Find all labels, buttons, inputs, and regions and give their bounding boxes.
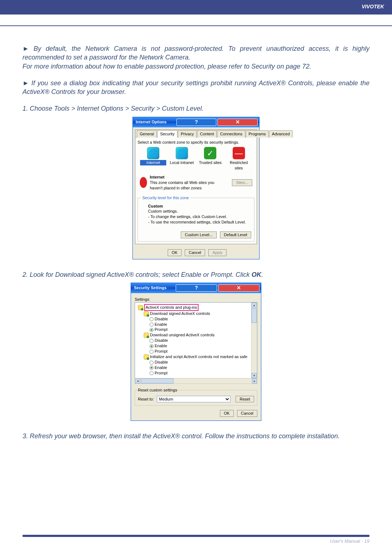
bullet-1: ► By default, the Network Camera is not … (23, 44, 369, 71)
tab-security[interactable]: Security (157, 130, 177, 138)
opt-enable[interactable]: Enable (136, 365, 256, 370)
dialog-body: Settings: ActiveX controls and plug-ins … (131, 293, 261, 420)
zone-restricted-sites[interactable]: — Restricted sites (226, 147, 252, 171)
scrollbar-vertical[interactable]: ▴ ▾ (251, 303, 257, 378)
node-label: Download unsigned ActiveX controls (150, 333, 215, 337)
scrollbar-horizontal[interactable]: ◂ ▸ (135, 378, 257, 384)
security-level-legend: Security level for this zone (141, 195, 190, 201)
opt-prompt[interactable]: Prompt (136, 349, 256, 354)
dialog-title: Security Settings (134, 285, 175, 291)
scroll-thumb[interactable] (141, 378, 173, 383)
opt-label: Enable (155, 365, 167, 370)
settings-tree[interactable]: ActiveX controls and plug-ins Download s… (135, 302, 257, 378)
reset-group: Reset custom settings Reset to: Medium R… (135, 387, 257, 406)
footer-bar (23, 535, 369, 537)
tab-advanced[interactable]: Advanced (269, 130, 293, 138)
reset-button[interactable]: Reset (236, 396, 254, 403)
cancel-button[interactable]: Cancel (237, 410, 257, 417)
step-1: 1. Choose Tools > Internet Options > Sec… (23, 104, 369, 113)
ok-button[interactable]: OK (220, 410, 234, 417)
zone-heading: Internet (150, 175, 164, 179)
help-icon[interactable]: ? (176, 119, 217, 126)
zone-desc: Internet This zone contains all Web site… (150, 175, 227, 191)
arrow-icon: ► (23, 79, 32, 87)
opt-disable[interactable]: Disable (136, 338, 256, 343)
custom-l2: - To use the recommended settings, click… (148, 220, 246, 224)
minus-icon: — (233, 147, 245, 159)
custom-settings: Custom settings. (148, 209, 178, 213)
radio-icon (150, 371, 154, 375)
tab-programs[interactable]: Programs (246, 130, 269, 138)
opt-label: Enable (155, 344, 167, 348)
close-icon[interactable]: ✕ (217, 119, 258, 126)
step2-a: 2. Look for Download signed ActiveX® con… (23, 271, 252, 278)
scroll-left-icon[interactable]: ◂ (135, 378, 140, 383)
bullet-2: ► If you see a dialog box indicating tha… (23, 79, 369, 97)
custom-level-button[interactable]: Custom Level... (181, 231, 216, 238)
radio-icon (150, 323, 154, 327)
page-footer: User's Manual - 19 (23, 535, 369, 544)
tree-root-label: ActiveX controls and plug-ins (144, 304, 199, 311)
scroll-right-icon[interactable]: ▸ (252, 378, 257, 383)
sites-button[interactable]: Sites... (232, 179, 252, 186)
radio-icon (150, 328, 154, 332)
opt-disable[interactable]: Disable (136, 360, 256, 365)
opt-prompt[interactable]: Prompt (136, 327, 256, 332)
brand-text: VIVOTEK (362, 4, 384, 9)
gear-icon (144, 311, 149, 316)
zone-desc-row: Internet This zone contains all Web site… (138, 172, 254, 193)
scroll-up-icon[interactable]: ▴ (252, 303, 257, 308)
zone-label: Restricted sites (226, 160, 252, 171)
radio-icon (150, 350, 154, 354)
opt-enable[interactable]: Enable (136, 322, 256, 327)
zone-label: Trusted sites (197, 160, 223, 165)
tab-general[interactable]: General (137, 130, 157, 138)
opt-disable[interactable]: Disable (136, 316, 256, 322)
node-label: Initialize and script ActiveX controls n… (150, 354, 247, 359)
scroll-thumb[interactable] (252, 308, 257, 323)
opt-label: Prompt (155, 371, 167, 375)
globe-icon (140, 177, 147, 188)
node-init-script: Initialize and script ActiveX controls n… (136, 354, 256, 360)
gear-icon (144, 354, 149, 360)
step2-c: . (261, 271, 263, 278)
step-3: 3. Refresh your web browser, then instal… (23, 432, 369, 440)
document-body: ► By default, the Network Camera is not … (0, 26, 392, 441)
radio-icon (150, 361, 154, 365)
security-settings-dialog: Security Settings ? ✕ Settings: ActiveX … (131, 283, 261, 421)
step-2: 2. Look for Download signed ActiveX® con… (23, 270, 369, 279)
globe-icon: 🌐 (147, 147, 159, 159)
radio-icon (150, 339, 154, 343)
zone-local-intranet[interactable]: 🌐 Local intranet (169, 147, 195, 171)
footer-text: User's Manual - 19 (23, 538, 369, 544)
header-bar: VIVOTEK (0, 0, 392, 15)
tab-privacy[interactable]: Privacy (178, 130, 197, 138)
zone-trusted-sites[interactable]: ✓ Trusted sites (197, 147, 223, 171)
default-level-button[interactable]: Default Level (220, 231, 251, 238)
opt-prompt[interactable]: Prompt (136, 370, 256, 376)
check-icon: ✓ (204, 147, 216, 159)
tab-content[interactable]: Content (197, 130, 217, 138)
opt-label: Disable (155, 360, 168, 364)
dialog-titlebar: Security Settings ? ✕ (131, 283, 261, 293)
settings-label: Settings: (135, 297, 257, 302)
dialog-titlebar: Internet Options ? ✕ (133, 117, 259, 127)
cancel-button[interactable]: Cancel (185, 249, 205, 256)
reset-row: Reset to: Medium Reset (138, 396, 254, 403)
apply-button[interactable]: Apply (208, 249, 226, 256)
opt-label: Enable (155, 322, 167, 327)
zone-internet[interactable]: 🌐 Internet (140, 147, 166, 171)
zone-instruction: Select a Web content zone to specify its… (138, 140, 254, 145)
internet-options-dialog: Internet Options ? ✕ General Security Pr… (132, 117, 260, 259)
reset-select[interactable]: Medium (157, 396, 230, 402)
ok-button[interactable]: OK (168, 249, 181, 256)
help-icon[interactable]: ? (176, 284, 217, 292)
dialog-footer: OK Cancel (135, 410, 257, 417)
close-icon[interactable]: ✕ (218, 284, 260, 292)
tab-connections[interactable]: Connections (217, 130, 245, 138)
opt-enable[interactable]: Enable (136, 343, 256, 349)
scroll-down-icon[interactable]: ▾ (252, 373, 257, 378)
custom-heading: Custom (148, 204, 163, 208)
bullet2-text: If you see a dialog box indicating that … (23, 79, 369, 95)
zone-label: Internet (140, 160, 166, 165)
